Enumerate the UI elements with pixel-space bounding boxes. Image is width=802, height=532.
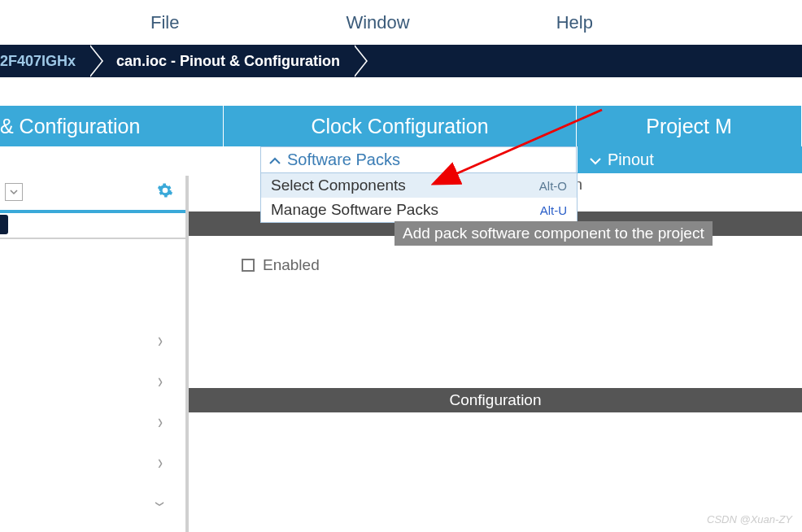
menubar: File Window Help <box>0 0 802 45</box>
sidebar-active-underline <box>0 210 185 213</box>
breadcrumb: 2F407IGHx can.ioc - Pinout & Configurati… <box>0 45 802 77</box>
menu-item-label: Select Components <box>271 177 406 194</box>
chevron-right-icon: › <box>158 369 163 393</box>
tooltip: Add pack software component to the proje… <box>394 221 713 246</box>
menu-select-components[interactable]: Select Components Alt-O <box>261 173 577 198</box>
tabs-bar: & Configuration Clock Configuration Proj… <box>0 106 802 146</box>
menu-manage-software-packs[interactable]: Manage Software Packs Alt-U <box>261 198 577 222</box>
menu-item-label: Manage Software Packs <box>271 201 438 219</box>
sidebar-item[interactable]: › <box>0 443 185 483</box>
software-packs-menu: Select Components Alt-O Manage Software … <box>260 172 578 223</box>
chevron-right-icon: › <box>158 451 163 474</box>
menu-item-shortcut: Alt-U <box>540 203 567 217</box>
sidebar-item[interactable]: › <box>0 402 185 443</box>
sidebar-item[interactable]: › <box>0 321 185 361</box>
main-content: Enabled Configuration <box>189 211 802 532</box>
left-sidebar: › › › › › <box>0 176 189 532</box>
chevron-down-icon: › <box>148 501 172 506</box>
watermark: CSDN @Xuan-ZY <box>707 513 792 525</box>
sidebar-active-marker <box>0 215 8 234</box>
enabled-label: Enabled <box>263 256 320 274</box>
sidebar-toolbar <box>0 176 185 208</box>
tab-project-manager[interactable]: Project M <box>577 106 802 146</box>
subbar-left-spacer <box>0 146 260 173</box>
gear-icon[interactable] <box>157 182 173 203</box>
chevron-right-icon: › <box>158 329 163 352</box>
chevron-right-icon: › <box>158 410 163 434</box>
tab-clock-config[interactable]: Clock Configuration <box>224 106 577 146</box>
sidebar-item[interactable]: › <box>0 361 185 402</box>
configuration-header-label: Configuration <box>449 391 541 409</box>
subbar: Software Packs Select Components Alt-O M… <box>0 146 802 173</box>
menu-item-shortcut: Alt-O <box>539 179 567 193</box>
configuration-header-bar: Configuration <box>189 388 802 412</box>
breadcrumb-chip[interactable]: 2F407IGHx <box>0 45 92 77</box>
tab-pinout-config[interactable]: & Configuration <box>0 106 224 146</box>
tab-divider <box>576 106 577 146</box>
sidebar-items: › › › › › <box>0 321 185 524</box>
software-packs-dropdown[interactable]: Software Packs Select Components Alt-O M… <box>260 146 577 173</box>
pinout-dropdown[interactable]: Pinout <box>577 146 802 173</box>
enabled-checkbox[interactable] <box>242 259 255 272</box>
sidebar-separator <box>0 238 185 239</box>
chevron-up-icon <box>269 150 281 169</box>
sidebar-item[interactable]: › <box>0 483 185 524</box>
breadcrumb-current[interactable]: can.ioc - Pinout & Configuration <box>92 45 356 77</box>
chevron-down-icon <box>590 150 601 169</box>
sidebar-dropdown-toggle[interactable] <box>5 183 23 201</box>
software-packs-header[interactable]: Software Packs <box>261 147 576 172</box>
menu-file[interactable]: File <box>126 12 203 33</box>
menu-help[interactable]: Help <box>532 12 617 33</box>
pinout-label: Pinout <box>608 150 654 169</box>
software-packs-label: Software Packs <box>287 150 400 169</box>
menu-window[interactable]: Window <box>321 12 434 33</box>
